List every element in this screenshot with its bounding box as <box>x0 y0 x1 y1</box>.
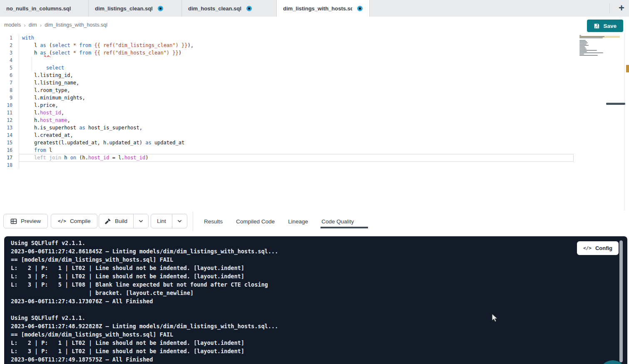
code-line[interactable]: 14 l.created_at, <box>0 131 194 139</box>
minimap[interactable] <box>579 35 607 57</box>
panel-tab-results[interactable]: Results <box>204 211 223 231</box>
file-tabs: no_nulls_in_columns.sqldim_listings_clea… <box>0 0 370 17</box>
minimap-line <box>579 35 581 36</box>
line-number: 1 <box>0 35 12 41</box>
line-number: 16 <box>0 147 12 153</box>
code-text: h.is_superhost as host_is_superhost, <box>12 125 142 131</box>
line-number: 6 <box>0 72 12 78</box>
lint-dropdown-button[interactable] <box>172 214 187 228</box>
save-icon <box>594 23 600 29</box>
code-line[interactable]: 7 l.listing_name, <box>0 79 194 87</box>
line-number: 11 <box>0 110 12 116</box>
code-text: l as (select * from {{ ref("dim_listings… <box>12 42 194 48</box>
line-number: 13 <box>0 125 12 131</box>
code-line[interactable]: 13 h.is_superhost as host_is_superhost, <box>0 124 194 131</box>
code-text: l.listing_name, <box>12 80 79 86</box>
minimap-line <box>579 50 597 51</box>
build-button-group: Build <box>99 214 149 228</box>
minimap-line <box>579 54 584 54</box>
action-toolbar: Preview </> Compile Build <box>0 211 629 231</box>
code-line[interactable]: 9 l.minimum_nights, <box>0 94 194 102</box>
line-number: 9 <box>0 95 12 101</box>
grid-icon <box>10 218 17 225</box>
save-button[interactable]: Save <box>587 20 623 32</box>
breadcrumb-item[interactable]: models <box>4 22 21 28</box>
code-line[interactable]: 3 h as (select * from {{ ref("dim_hosts_… <box>0 49 194 57</box>
code-line[interactable]: 12 h.host_name, <box>0 116 194 124</box>
minimap-line <box>579 36 604 37</box>
file-tab[interactable]: dim_listings_clean.sql <box>89 0 182 17</box>
new-tab-button[interactable]: + <box>615 2 628 14</box>
result-panel-tabs: ResultsCompiled CodeLineageCode Quality <box>204 211 354 231</box>
line-number: 15 <box>0 140 12 146</box>
minimap-line <box>579 44 587 45</box>
code-line[interactable]: 8 l.room_type, <box>0 87 194 94</box>
config-label: Config <box>595 245 612 251</box>
terminal-scrollbar[interactable] <box>619 240 623 362</box>
pane-resize-handle[interactable] <box>606 103 625 105</box>
code-text: with <box>12 35 34 41</box>
file-tab-label: dim_listings_clean.sql <box>95 5 153 12</box>
code-line[interactable]: 2 l as (select * from {{ ref("dim_listin… <box>0 42 194 49</box>
breadcrumb-separator-icon: › <box>40 22 42 28</box>
code-lines[interactable]: 1with2 l as (select * from {{ ref("dim_l… <box>0 34 194 169</box>
build-dropdown-button[interactable] <box>133 214 148 228</box>
panel-tab-compiled-code[interactable]: Compiled Code <box>236 211 275 231</box>
code-text: from l <box>12 147 52 153</box>
code-line[interactable]: 4 <box>0 57 194 64</box>
code-line[interactable]: 17 left join h on (h.host_id = l.host_id… <box>0 154 194 161</box>
line-number: 4 <box>0 57 12 63</box>
code-line[interactable]: 5 select <box>0 64 194 72</box>
code-icon: </> <box>58 218 66 224</box>
line-number: 8 <box>0 87 12 93</box>
code-line[interactable]: 18 <box>0 161 194 169</box>
code-text: left join h on (h.host_id = l.host_id) <box>12 155 149 161</box>
build-label: Build <box>115 218 127 224</box>
chevron-down-icon <box>138 218 144 224</box>
lint-label: Lint <box>157 218 166 224</box>
dbt-ide-window: no_nulls_in_columns.sqldim_listings_clea… <box>0 0 629 364</box>
preview-button[interactable]: Preview <box>3 214 48 228</box>
scrollbar-warning-marker <box>626 65 629 72</box>
compile-label: Compile <box>70 218 91 224</box>
code-editor[interactable]: 1with2 l as (select * from {{ ref("dim_l… <box>0 33 629 211</box>
code-line[interactable]: 15 greatest(l.updated_at, h.updated_at) … <box>0 139 194 146</box>
line-number: 18 <box>0 162 12 168</box>
code-line[interactable]: 10 l.price, <box>0 102 194 109</box>
lint-output-terminal: Using SQLFluff v2.1.1. 2023-06-06T11:27:… <box>4 236 627 364</box>
unsaved-indicator-icon[interactable] <box>357 6 363 11</box>
code-line[interactable]: 1with <box>0 34 194 42</box>
panel-tab-lineage[interactable]: Lineage <box>288 211 308 231</box>
code-line[interactable]: 6 l.listing_id, <box>0 72 194 79</box>
file-tab[interactable]: no_nulls_in_columns.sql <box>0 0 89 17</box>
lint-button[interactable]: Lint <box>151 214 172 228</box>
breadcrumb-item[interactable]: dim <box>29 22 37 28</box>
line-number: 12 <box>0 117 12 123</box>
code-line[interactable]: 11 l.host_id, <box>0 109 194 116</box>
panel-tab-code-quality[interactable]: Code Quality <box>321 211 354 231</box>
chevron-down-icon <box>177 218 182 224</box>
file-tab[interactable]: dim_hosts_clean.sql <box>182 0 277 17</box>
build-button[interactable]: Build <box>99 214 133 228</box>
unsaved-indicator-icon[interactable] <box>158 6 163 11</box>
file-tab-bar: no_nulls_in_columns.sqldim_listings_clea… <box>0 0 629 17</box>
hammer-icon <box>105 218 111 224</box>
editor-right-border <box>624 33 625 210</box>
unsaved-indicator-icon[interactable] <box>246 6 252 11</box>
breadcrumb-separator-icon: › <box>24 22 25 28</box>
lint-button-group: Lint <box>151 214 187 228</box>
lint-squiggle-icon <box>44 55 51 57</box>
compile-button[interactable]: </> Compile <box>51 214 97 228</box>
line-number: 3 <box>0 50 12 56</box>
line-number: 7 <box>0 80 12 86</box>
breadcrumb-item[interactable]: dim_listings_with_hosts.sql <box>45 22 107 28</box>
minimap-line <box>579 49 587 50</box>
code-text: l.room_type, <box>12 87 70 93</box>
code-text: h.host_name, <box>12 117 70 123</box>
file-tab[interactable]: dim_listings_with_hosts.sql <box>277 0 370 17</box>
code-icon: </> <box>583 245 592 251</box>
config-button[interactable]: </> Config <box>577 241 619 255</box>
terminal-output-text: Using SQLFluff v2.1.1. 2023-06-06T11:27:… <box>11 239 278 364</box>
code-line[interactable]: 16 from l <box>0 146 194 154</box>
code-text: l.host_id, <box>12 110 64 116</box>
